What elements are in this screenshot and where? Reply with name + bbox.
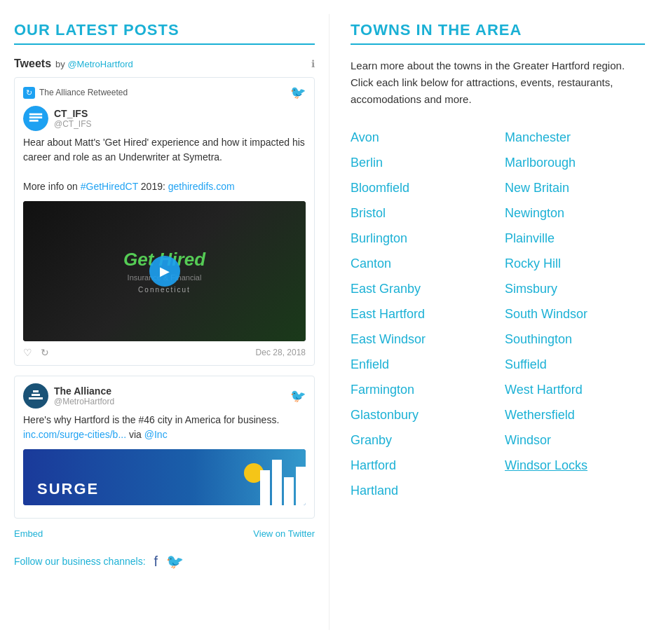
svg-rect-2 <box>29 120 39 122</box>
facebook-icon[interactable]: f <box>154 554 158 570</box>
building-3 <box>284 477 294 505</box>
tweet-date-1: Dec 28, 2018 <box>256 348 306 357</box>
surge-buildings <box>260 460 306 505</box>
tweet-action-icons-1: ♡ ↻ <box>23 347 49 358</box>
tweet-user-info-1: CT_IFS @CT_IFS <box>54 108 92 129</box>
tweets-label: Tweets <box>14 57 51 70</box>
town-link[interactable]: Windsor <box>505 427 645 453</box>
tweet-footer: Embed View on Twitter <box>14 528 315 539</box>
tweet-actions-1: ♡ ↻ Dec 28, 2018 <box>23 347 306 358</box>
right-section-title: TOWNS IN THE AREA <box>351 21 645 39</box>
left-column: OUR LATEST POSTS Tweets by @MetroHartfor… <box>0 14 329 630</box>
tweet2-user-info: The Alliance @MetroHartford <box>54 385 114 406</box>
towns-grid: AvonBerlinBloomfieldBristolBurlingtonCan… <box>351 125 645 503</box>
right-column: TOWNS IN THE AREA Learn more about the t… <box>329 14 666 630</box>
town-link[interactable]: Newington <box>505 200 645 226</box>
inc-mention[interactable]: @Inc <box>144 429 168 440</box>
tweet-avatar-1 <box>23 106 48 131</box>
tweet-text-1: Hear about Matt's 'Get Hired' experience… <box>23 135 306 194</box>
svg-rect-1 <box>29 116 42 118</box>
town-link[interactable]: Canton <box>351 251 491 276</box>
town-link[interactable]: Avon <box>351 125 491 150</box>
tweet-user-1: CT_IFS @CT_IFS <box>23 106 306 131</box>
town-link[interactable]: Bristol <box>351 200 491 226</box>
gethiredifs-link[interactable]: gethiredifs.com <box>168 181 235 192</box>
svg-rect-5 <box>33 390 39 392</box>
svg-rect-0 <box>29 114 42 116</box>
follow-label: Follow our business channels: <box>14 556 146 567</box>
town-link[interactable]: Manchester <box>505 125 645 150</box>
retweet-icon-action-1[interactable]: ↻ <box>41 347 49 358</box>
towns-left-column: AvonBerlinBloomfieldBristolBurlingtonCan… <box>351 125 498 503</box>
inc-link[interactable]: inc.com/surge-cities/b... <box>23 429 126 440</box>
twitter-bird-icon-1: 🐦 <box>290 85 306 100</box>
town-link[interactable]: East Hartford <box>351 301 491 327</box>
tweet-text-2: Here's why Hartford is the #46 city in A… <box>23 413 306 442</box>
town-link[interactable]: Berlin <box>351 150 491 175</box>
retweet-bar: ↻ The Alliance Retweeted 🐦 <box>23 85 306 100</box>
building-2 <box>272 460 282 505</box>
embed-link[interactable]: Embed <box>14 528 43 539</box>
tweet-card-2: The Alliance @MetroHartford 🐦 Here's why… <box>14 376 315 519</box>
tweet-card-1: ↻ The Alliance Retweeted 🐦 C <box>14 77 315 366</box>
tweet2-user: The Alliance @MetroHartford <box>23 383 114 409</box>
town-link[interactable]: Enfield <box>351 352 491 377</box>
town-link[interactable]: New Britain <box>505 175 645 200</box>
info-icon[interactable]: ℹ <box>311 58 315 69</box>
town-link[interactable]: Simsbury <box>505 276 645 301</box>
building-1 <box>260 470 270 505</box>
svg-rect-3 <box>29 397 43 399</box>
town-link[interactable]: Burlington <box>351 226 491 251</box>
tweet-video-thumbnail-1[interactable]: Get Hired Insurance & Financial Connecti… <box>23 201 306 341</box>
surge-background: SURGE <box>23 449 306 505</box>
surge-image-thumbnail: SURGE <box>23 449 306 505</box>
towns-description: Learn more about the towns in the Greate… <box>351 57 645 108</box>
twitter-icon[interactable]: 🐦 <box>166 553 184 570</box>
left-divider <box>14 43 315 45</box>
follow-section: Follow our business channels: f 🐦 <box>14 553 315 570</box>
tweet2-avatar <box>23 383 48 409</box>
hashtag-link-1[interactable]: #GetHiredCT <box>81 181 138 192</box>
get-hired-text-3: Connecticut <box>138 286 191 294</box>
retweet-label: ↻ The Alliance Retweeted <box>23 87 128 99</box>
town-link[interactable]: South Windsor <box>505 301 645 327</box>
town-link[interactable]: Plainville <box>505 226 645 251</box>
town-link[interactable]: Granby <box>351 427 491 453</box>
town-link[interactable]: Hartford <box>351 453 491 478</box>
left-section-title: OUR LATEST POSTS <box>14 21 315 39</box>
svg-rect-4 <box>32 394 40 396</box>
building-4 <box>296 467 306 505</box>
tweets-by-text: by @MetroHartford <box>55 59 133 69</box>
tweets-header: Tweets by @MetroHartford ℹ <box>14 57 315 70</box>
town-link[interactable]: West Hartford <box>505 377 645 402</box>
surge-label: SURGE <box>37 480 99 498</box>
town-link[interactable]: Bloomfield <box>351 175 491 200</box>
tweet2-user-handle: @MetroHartford <box>54 397 114 406</box>
twitter-bird-icon-2: 🐦 <box>290 388 306 404</box>
tweet2-header: The Alliance @MetroHartford 🐦 <box>23 383 306 409</box>
town-link[interactable]: East Granby <box>351 276 491 301</box>
right-divider <box>351 43 645 45</box>
town-link[interactable]: Marlborough <box>505 150 645 175</box>
tweet-user-name-1: CT_IFS <box>54 108 92 119</box>
town-link[interactable]: Rocky Hill <box>505 251 645 276</box>
town-link[interactable]: Southington <box>505 327 645 352</box>
town-link[interactable]: Hartland <box>351 478 491 503</box>
heart-icon-1[interactable]: ♡ <box>23 347 32 358</box>
retweet-icon: ↻ <box>23 87 35 99</box>
town-link[interactable]: Suffield <box>505 352 645 377</box>
tweets-handle[interactable]: @MetroHartford <box>67 59 132 69</box>
view-twitter-link[interactable]: View on Twitter <box>253 528 315 539</box>
town-link[interactable]: Windsor Locks <box>505 453 645 478</box>
town-link[interactable]: Farmington <box>351 377 491 402</box>
town-link[interactable]: Glastonbury <box>351 402 491 427</box>
towns-right-column: ManchesterMarlboroughNew BritainNewingto… <box>498 125 645 503</box>
tweet2-user-name: The Alliance <box>54 385 114 397</box>
tweets-header-left: Tweets by @MetroHartford <box>14 57 133 70</box>
tweet-user-handle-1: @CT_IFS <box>54 119 92 129</box>
town-link[interactable]: East Windsor <box>351 327 491 352</box>
play-button[interactable]: ▶ <box>149 256 180 287</box>
town-link[interactable]: Wethersfield <box>505 402 645 427</box>
